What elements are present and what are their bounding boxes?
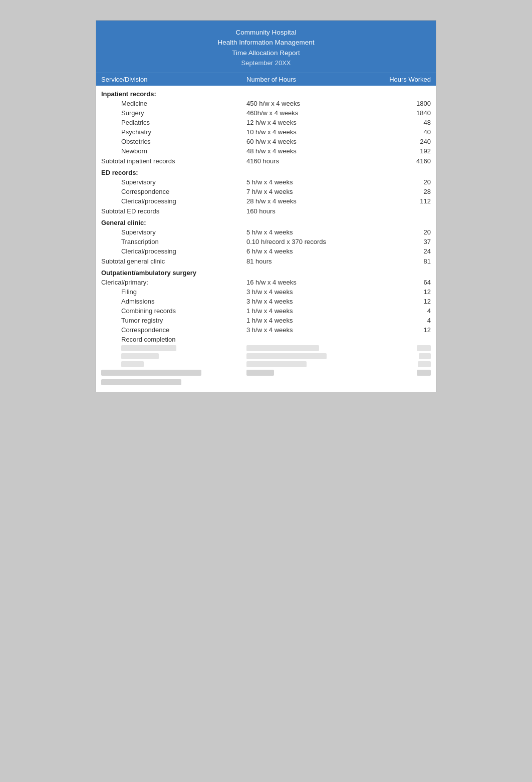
- service-label: Correspondence: [101, 326, 246, 334]
- worked-value: 48: [376, 119, 431, 126]
- worked-value: 40: [376, 128, 431, 136]
- hours-value: 0.10 h/record x 370 records: [246, 238, 376, 245]
- subtotal-general-clinic: Subtotal general clinic 81 hours 81: [101, 256, 431, 267]
- blurred-subtotal: [101, 377, 431, 387]
- service-label: Newborn: [101, 147, 246, 155]
- hospital-name: Community Hospital: [101, 28, 431, 38]
- report-header: Community Hospital Health Information Ma…: [96, 21, 436, 73]
- subtotal-label: Subtotal ED records: [101, 207, 246, 215]
- hours-value: 3 h/w x 4 weeks: [246, 298, 376, 305]
- clerical-primary-worked: 64: [376, 279, 431, 286]
- hours-value: 1 h/w x 4 weeks: [246, 307, 376, 315]
- table-row: Pediatrics 12 h/w x 4 weeks 48: [101, 118, 431, 127]
- table-row: Admissions 3 h/w x 4 weeks 12: [101, 297, 431, 306]
- service-label: Filing: [101, 288, 246, 296]
- service-label: Clerical/processing: [101, 247, 246, 255]
- table-row: Transcription 0.10 h/record x 370 record…: [101, 237, 431, 246]
- blurred-row: [101, 360, 431, 368]
- service-label: Supervisory: [101, 178, 246, 186]
- table-row: Medicine 450 h/w x 4 weeks 1800: [101, 99, 431, 108]
- section-general-clinic: General clinic:: [101, 216, 431, 227]
- blurred-row: [101, 344, 431, 352]
- subtotal-label: Subtotal inpatient records: [101, 157, 246, 165]
- hours-value: 5 h/w x 4 weeks: [246, 228, 376, 236]
- subtotal-ed: Subtotal ED records 160 hours: [101, 206, 431, 216]
- hours-value: 450 h/w x 4 weeks: [246, 100, 376, 107]
- service-label: Supervisory: [101, 228, 246, 236]
- hours-value: 12 h/w x 4 weeks: [246, 119, 376, 126]
- col-header-service: Service/Division: [101, 76, 246, 83]
- table-row: Psychiatry 10 h/w x 4 weeks 40: [101, 127, 431, 137]
- section-outpatient: Outpatient/ambulatory surgery: [101, 267, 431, 278]
- table-row: Supervisory 5 h/w x 4 weeks 20: [101, 227, 431, 237]
- worked-value: 1840: [376, 109, 431, 117]
- subtotal-inpatient: Subtotal inpatient records 4160 hours 41…: [101, 156, 431, 166]
- clerical-primary-hours: 16 h/w x 4 weeks: [246, 279, 376, 286]
- service-label: Obstetrics: [101, 138, 246, 145]
- worked-value: 12: [376, 326, 431, 334]
- service-label: Medicine: [101, 100, 246, 107]
- service-label: Pediatrics: [101, 119, 246, 126]
- worked-value: 20: [376, 228, 431, 236]
- table-row: Newborn 48 h/w x 4 weeks 192: [101, 146, 431, 156]
- hours-value: 10 h/w x 4 weeks: [246, 128, 376, 136]
- table-row: Correspondence 3 h/w x 4 weeks 12: [101, 325, 431, 335]
- column-headers: Service/Division Number of Hours Hours W…: [96, 73, 436, 86]
- table-row: Supervisory 5 h/w x 4 weeks 20: [101, 177, 431, 187]
- worked-value: 28: [376, 188, 431, 195]
- subtotal-hours: 160 hours: [246, 207, 376, 215]
- service-label: Correspondence: [101, 188, 246, 195]
- hours-value: 7 h/w x 4 weeks: [246, 188, 376, 195]
- service-label: Tumor registry: [101, 317, 246, 324]
- service-label: Clerical/processing: [101, 197, 246, 205]
- table-row: Clerical/processing 28 h/w x 4 weeks 112: [101, 196, 431, 206]
- subtotal-worked: 4160: [376, 157, 431, 165]
- hours-value: 48 h/w x 4 weeks: [246, 147, 376, 155]
- hours-value: 3 h/w x 4 weeks: [246, 288, 376, 296]
- report-title: Time Allocation Report: [101, 48, 431, 58]
- service-label: Record completion: [101, 336, 246, 343]
- service-label: Admissions: [101, 298, 246, 305]
- service-label: Combining records: [101, 307, 246, 315]
- table-row: Correspondence 7 h/w x 4 weeks 28: [101, 187, 431, 196]
- hours-value: 5 h/w x 4 weeks: [246, 178, 376, 186]
- worked-value: 4: [376, 307, 431, 315]
- worked-value: 12: [376, 298, 431, 305]
- worked-value: 1800: [376, 100, 431, 107]
- section-ed: ED records:: [101, 166, 431, 177]
- table-row: Record completion: [101, 335, 431, 344]
- clerical-primary-header-row: Clerical/primary: 16 h/w x 4 weeks 64: [101, 278, 431, 287]
- worked-value: 12: [376, 288, 431, 296]
- table-row: Combining records 1 h/w x 4 weeks 4: [101, 306, 431, 316]
- worked-value: 192: [376, 147, 431, 155]
- section-inpatient: Inpatient records:: [101, 88, 431, 99]
- service-label: Psychiatry: [101, 128, 246, 136]
- hours-value: 460h/w x 4 weeks: [246, 109, 376, 117]
- subtotal-hours: 81 hours: [246, 257, 376, 265]
- hours-value: 1 h/w x 4 weeks: [246, 317, 376, 324]
- department-name: Health Information Management: [101, 38, 431, 48]
- report-date: September 20XX: [101, 58, 431, 68]
- blurred-row: [101, 352, 431, 360]
- table-row: Tumor registry 1 h/w x 4 weeks 4: [101, 316, 431, 325]
- worked-value: 4: [376, 317, 431, 324]
- hours-value: 3 h/w x 4 weeks: [246, 326, 376, 334]
- col-header-hours: Number of Hours: [246, 76, 376, 83]
- table-row: Surgery 460h/w x 4 weeks 1840: [101, 108, 431, 118]
- report-container: Community Hospital Health Information Ma…: [96, 20, 436, 392]
- col-header-worked: Hours Worked: [376, 76, 431, 83]
- worked-value: 112: [376, 197, 431, 205]
- subtotal-worked: 81: [376, 257, 431, 265]
- subtotal-hours: 4160 hours: [246, 157, 376, 165]
- service-label: Surgery: [101, 109, 246, 117]
- worked-value: 240: [376, 138, 431, 145]
- blurred-subtotal: [101, 368, 431, 377]
- hours-value: 28 h/w x 4 weeks: [246, 197, 376, 205]
- subtotal-label: Subtotal general clinic: [101, 257, 246, 265]
- worked-value: 37: [376, 238, 431, 245]
- worked-value: 20: [376, 178, 431, 186]
- hours-value: 6 h/w x 4 weeks: [246, 247, 376, 255]
- table-row: Clerical/processing 6 h/w x 4 weeks 24: [101, 246, 431, 256]
- table-row: Obstetrics 60 h/w x 4 weeks 240: [101, 137, 431, 146]
- report-body: Inpatient records: Medicine 450 h/w x 4 …: [96, 86, 436, 392]
